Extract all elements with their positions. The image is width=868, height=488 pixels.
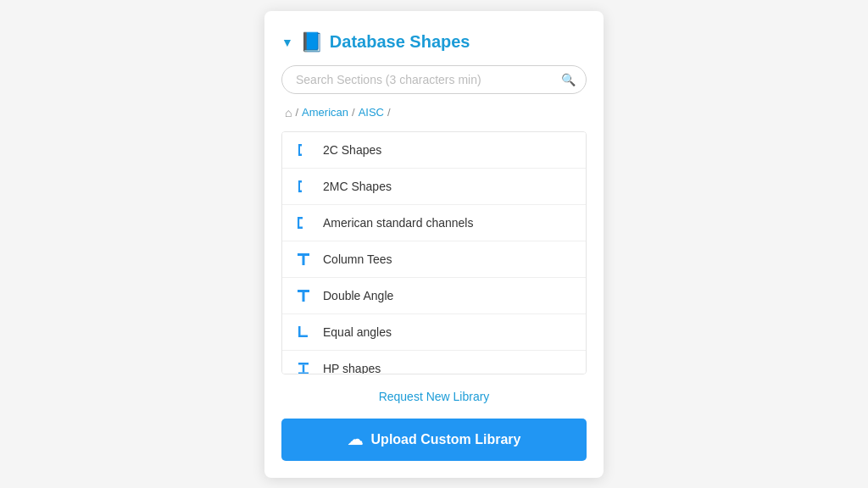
list-item[interactable]: Column Tees: [282, 241, 586, 278]
search-wrapper: 🔍: [281, 65, 587, 94]
shapes-list: 2C Shapes 2MC Shapes American standard c…: [282, 132, 586, 374]
shape-icon: [294, 359, 313, 374]
svg-rect-9: [298, 253, 309, 256]
upload-custom-library-button[interactable]: ☁ Upload Custom Library: [281, 419, 587, 461]
breadcrumb: ⌂ / American / AISC /: [281, 106, 587, 119]
shape-name: Double Angle: [323, 289, 393, 302]
list-item[interactable]: 2C Shapes: [282, 132, 586, 169]
svg-rect-17: [298, 372, 309, 374]
list-item[interactable]: 2MC Shapes: [282, 169, 586, 205]
shape-name: Column Tees: [323, 252, 392, 266]
breadcrumb-separator-2: /: [352, 106, 355, 119]
svg-rect-2: [298, 153, 302, 156]
shape-icon: [294, 177, 313, 196]
svg-rect-11: [298, 290, 309, 292]
shapes-list-container: 2C Shapes 2MC Shapes American standard c…: [281, 131, 587, 374]
search-input[interactable]: [281, 65, 587, 94]
breadcrumb-separator-1: /: [295, 106, 298, 119]
shape-name: 2C Shapes: [323, 143, 381, 157]
shape-name: Equal angles: [323, 325, 392, 339]
list-item[interactable]: Double Angle: [282, 278, 586, 314]
upload-button-label: Upload Custom Library: [371, 432, 521, 447]
svg-rect-14: [298, 335, 308, 337]
shape-icon: [294, 250, 313, 269]
book-icon: 📘: [300, 31, 323, 53]
home-icon[interactable]: ⌂: [285, 106, 292, 119]
list-item[interactable]: Equal angles: [282, 314, 586, 351]
svg-rect-15: [298, 363, 309, 365]
panel-title-row: ▼ 📘 Database Shapes: [281, 31, 587, 53]
request-new-library-link[interactable]: Request New Library: [281, 386, 587, 407]
svg-rect-8: [298, 226, 303, 229]
shape-icon: [294, 286, 313, 305]
search-icon: 🔍: [561, 73, 576, 86]
chevron-icon: ▼: [281, 36, 293, 49]
svg-rect-12: [303, 292, 305, 302]
database-shapes-panel: ▼ 📘 Database Shapes 🔍 ⌂ / American / AIS…: [264, 11, 604, 478]
svg-rect-16: [303, 364, 305, 372]
panel-title: Database Shapes: [330, 32, 470, 52]
upload-icon: ☁: [348, 430, 363, 449]
breadcrumb-separator-3: /: [387, 106, 391, 119]
shape-name: 2MC Shapes: [323, 180, 392, 193]
shape-icon: [294, 323, 313, 341]
shape-icon: [294, 141, 313, 159]
shape-name: American standard channels: [323, 216, 473, 230]
list-item[interactable]: HP shapes: [282, 351, 586, 374]
svg-rect-5: [298, 190, 302, 192]
list-item[interactable]: American standard channels: [282, 205, 586, 241]
breadcrumb-aisc[interactable]: AISC: [359, 106, 384, 119]
shape-name: HP shapes: [323, 362, 381, 374]
svg-rect-10: [303, 256, 305, 265]
shape-icon: [294, 214, 313, 232]
breadcrumb-american[interactable]: American: [302, 106, 348, 119]
